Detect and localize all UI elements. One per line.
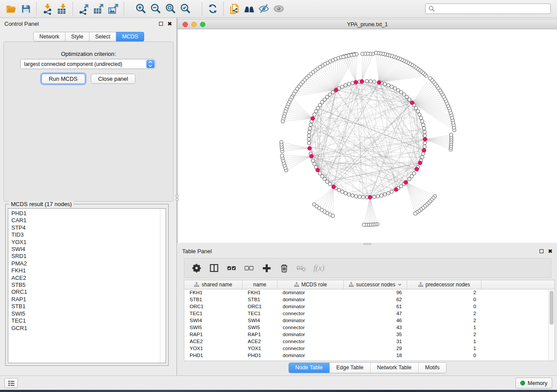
mcds-result-item[interactable]: GCR1 (11, 325, 160, 332)
float-panel-icon[interactable] (159, 22, 163, 26)
table-row[interactable]: SWI5SWI5connector431 (184, 324, 548, 331)
mcds-result-item[interactable]: SWI4 (11, 246, 160, 253)
cell-predecessor-nodes: 0 (407, 352, 481, 359)
network-window-titlebar[interactable]: YPA_prune.txt_1 (178, 19, 557, 29)
table-panel: Table Panel ✖ (178, 245, 557, 375)
table-row[interactable]: RAP1RAP1dominator352 (184, 331, 548, 338)
table-row[interactable]: PHD1PHD1dominator180 (184, 352, 548, 359)
mcds-result-item[interactable]: PMA2 (11, 260, 160, 267)
network-view-canvas[interactable] (178, 29, 557, 243)
tab-style[interactable]: Style (66, 32, 90, 41)
select-all-rows-icon[interactable] (224, 260, 239, 276)
mcds-result-item[interactable]: STB5 (11, 282, 160, 289)
cell-successor-nodes: 46 (344, 317, 407, 324)
cell-shared-name: ACE2 (184, 338, 242, 345)
cell-successor-nodes: 29 (344, 345, 407, 352)
cell-predecessor-nodes: 1 (407, 338, 481, 345)
close-table-panel-icon[interactable]: ✖ (548, 249, 553, 253)
tab-node-table[interactable]: Node Table (289, 363, 330, 373)
table-row[interactable]: FKH1FKH1dominator962 (184, 289, 548, 296)
column-header-shared-name[interactable]: shared name (184, 280, 242, 289)
memory-button[interactable]: Memory (515, 378, 552, 389)
tab-mcds[interactable]: MCDS (116, 32, 144, 41)
mcds-result-item[interactable]: PHD1 (11, 210, 160, 217)
table-row[interactable]: STB1STB1dominator620 (184, 296, 548, 303)
column-header-predecessor-nodes[interactable]: predecessor nodes (407, 280, 481, 289)
mcds-result-item[interactable]: STB1 (11, 303, 160, 310)
deselect-all-rows-icon[interactable] (241, 260, 257, 276)
mcds-result-item[interactable]: SWI5 (11, 310, 160, 317)
table-scrollbar[interactable] (548, 289, 554, 361)
zoom-fit-icon[interactable] (163, 1, 178, 16)
mcds-result-item[interactable]: SRD1 (11, 253, 160, 260)
export-table-icon[interactable] (91, 1, 106, 16)
table-row[interactable]: SWI4SWI4dominator462 (184, 317, 548, 324)
mcds-result-item[interactable]: ORC1 (11, 289, 160, 296)
show-all-eye-icon[interactable] (271, 1, 286, 16)
export-network-icon[interactable] (76, 1, 91, 16)
zoom-out-icon[interactable] (148, 1, 163, 16)
attribute-icon (294, 282, 299, 287)
add-column-icon[interactable] (259, 260, 274, 276)
cell-successor-nodes: 31 (344, 338, 407, 345)
column-header-mcds-role[interactable]: MCDS role (277, 280, 344, 289)
mcds-result-items: PHD1CAR1STP4TID3YOX1SWI4SRD1PMA2FKH1ACE2… (8, 209, 160, 363)
open-session-icon[interactable] (3, 1, 18, 16)
network-search-field[interactable] (425, 3, 551, 14)
cell-mcds-role: connector (277, 338, 344, 345)
mcds-result-item[interactable]: RAP1 (11, 296, 160, 303)
search-network-icon[interactable] (242, 1, 256, 16)
vertical-splitter[interactable] (177, 18, 178, 243)
export-image-icon[interactable] (106, 1, 121, 16)
cell-predecessor-nodes: 1 (407, 324, 481, 331)
run-mcds-button[interactable]: Run MCDS (42, 74, 85, 84)
sort-descending-icon (398, 283, 402, 286)
show-panels-list-button[interactable] (4, 378, 18, 388)
float-table-panel-icon[interactable] (540, 249, 543, 253)
table-row[interactable]: ORC1ORC1dominator610 (184, 303, 548, 310)
tab-motifs[interactable]: Motifs (419, 363, 446, 373)
column-header-name[interactable]: name (242, 280, 277, 289)
mcds-result-item[interactable]: YOX1 (11, 239, 160, 246)
close-panel-button[interactable]: Close panel (91, 74, 136, 84)
search-input[interactable] (435, 4, 548, 13)
column-label: successor nodes (356, 282, 395, 288)
mcds-result-item[interactable]: ACE2 (11, 275, 160, 282)
tab-edge-table[interactable]: Edge Table (330, 363, 370, 373)
optimization-criterion-select[interactable]: largest connected component (undirected) (20, 59, 156, 69)
mcds-result-item[interactable]: TID3 (11, 231, 160, 238)
refresh-view-icon[interactable] (205, 1, 220, 16)
cell-shared-name: TEC1 (184, 310, 242, 317)
show-columns-icon[interactable] (206, 260, 222, 276)
hide-selected-eye-icon[interactable] (256, 1, 271, 16)
tab-network-table[interactable]: Network Table (370, 363, 419, 373)
delete-column-trash-icon[interactable] (276, 260, 292, 276)
cell-shared-name: PHD1 (184, 352, 242, 359)
close-panel-icon[interactable]: ✖ (167, 22, 172, 26)
table-row[interactable]: YOX1YOX1connector291 (184, 345, 548, 352)
table-row[interactable]: TEC1TEC1connector472 (184, 310, 548, 317)
table-settings-gear-icon[interactable] (189, 260, 204, 276)
table-row[interactable]: ACE2ACE2connector311 (184, 338, 548, 345)
mcds-result-item[interactable]: STP4 (11, 224, 160, 231)
horizontal-splitter-handle[interactable] (363, 243, 371, 245)
network-from-clipboard-icon[interactable] (227, 1, 242, 16)
cell-shared-name: ORC1 (184, 303, 242, 310)
zoom-selected-icon[interactable] (178, 1, 193, 16)
cell-predecessor-nodes: 2 (407, 317, 481, 324)
cell-mcds-role: connector (277, 345, 344, 352)
tab-network[interactable]: Network (33, 32, 66, 41)
import-table-icon[interactable] (55, 1, 69, 16)
zoom-in-icon[interactable] (133, 1, 148, 16)
save-session-icon[interactable] (18, 1, 33, 16)
tab-select[interactable]: Select (90, 32, 117, 41)
table-scrollbar-thumb[interactable] (550, 291, 554, 325)
mcds-result-item[interactable]: CAR1 (11, 217, 160, 224)
attribute-icon (418, 282, 423, 287)
result-list-scrollbar[interactable] (160, 209, 166, 363)
vertical-splitter-handle[interactable] (175, 194, 180, 202)
column-header-successor-nodes[interactable]: successor nodes (344, 280, 407, 289)
import-network-icon[interactable] (40, 1, 55, 16)
mcds-result-item[interactable]: FKH1 (11, 267, 160, 274)
mcds-result-item[interactable]: TEC1 (11, 317, 160, 324)
